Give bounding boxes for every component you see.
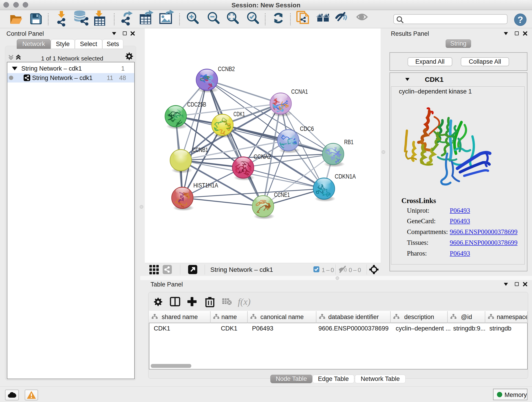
svg-text:CDK1: CDK1 — [234, 111, 245, 118]
svg-text:CCNA1: CCNA1 — [291, 88, 308, 95]
svg-text:CDC25B: CDC25B — [187, 101, 206, 108]
svg-text:CCNA2: CCNA2 — [254, 153, 271, 160]
svg-text:CCNB2: CCNB2 — [218, 65, 235, 72]
svg-text:CCNB1: CCNB1 — [192, 147, 208, 153]
svg-text:RB1: RB1 — [344, 139, 354, 146]
svg-text:CDKN1A: CDKN1A — [335, 173, 356, 180]
svg-text:f(x): f(x) — [238, 297, 251, 307]
svg-text:HIST1H1A: HIST1H1A — [193, 182, 218, 189]
svg-text:CDC6: CDC6 — [300, 125, 314, 132]
svg-text:CCNE1: CCNE1 — [274, 191, 290, 198]
